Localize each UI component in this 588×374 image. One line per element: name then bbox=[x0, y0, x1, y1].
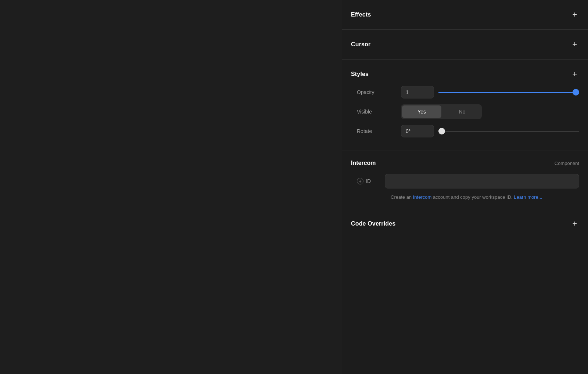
id-label-text: ID bbox=[366, 178, 371, 184]
intercom-section: Intercom Component + ID Create an Interc… bbox=[342, 151, 588, 209]
rotate-slider-track bbox=[438, 131, 579, 132]
rotate-row: Rotate bbox=[351, 125, 579, 137]
intercom-link[interactable]: Intercom bbox=[413, 194, 432, 200]
rotate-input[interactable] bbox=[401, 125, 434, 137]
opacity-slider-track bbox=[438, 92, 579, 93]
opacity-row: Opacity bbox=[351, 86, 579, 98]
intercom-badge: Component bbox=[555, 161, 579, 166]
intercom-header: Intercom Component bbox=[351, 151, 579, 174]
intercom-description: Create an Intercom account and copy your… bbox=[391, 194, 579, 201]
cursor-header: Cursor + bbox=[351, 30, 579, 59]
opacity-input[interactable] bbox=[401, 86, 434, 98]
opacity-controls bbox=[401, 86, 579, 98]
right-panel: Effects + Cursor + Styles + Opacity bbox=[342, 0, 588, 374]
effects-section: Effects + bbox=[342, 0, 588, 30]
code-overrides-header: Code Overrides + bbox=[351, 209, 579, 238]
learn-more-link[interactable]: Learn more... bbox=[514, 194, 542, 200]
code-overrides-add-button[interactable]: + bbox=[570, 219, 579, 228]
styles-add-button[interactable]: + bbox=[570, 70, 579, 79]
canvas-area bbox=[0, 0, 342, 374]
cursor-title: Cursor bbox=[351, 41, 370, 48]
styles-section: Styles + Opacity Visible Yes No bbox=[342, 60, 588, 151]
id-row: + ID bbox=[351, 174, 579, 188]
description-text2: account and copy your workspace ID. bbox=[431, 194, 514, 200]
description-text1: Create an bbox=[391, 194, 413, 200]
opacity-slider-thumb[interactable] bbox=[573, 89, 579, 96]
visible-label: Visible bbox=[357, 109, 401, 115]
id-input[interactable] bbox=[385, 174, 579, 188]
styles-title: Styles bbox=[351, 71, 369, 78]
id-plus-icon[interactable]: + bbox=[357, 178, 363, 184]
rotate-slider-container[interactable] bbox=[438, 127, 579, 135]
visible-row: Visible Yes No bbox=[351, 104, 579, 119]
visible-no-button[interactable]: No bbox=[442, 104, 482, 119]
rotate-label: Rotate bbox=[357, 128, 401, 134]
id-label-container: + ID bbox=[357, 178, 379, 184]
visible-controls: Yes No bbox=[401, 104, 579, 119]
cursor-add-button[interactable]: + bbox=[570, 40, 579, 49]
code-overrides-section: Code Overrides + bbox=[342, 209, 588, 238]
rotate-controls bbox=[401, 125, 579, 137]
effects-title: Effects bbox=[351, 11, 371, 18]
code-overrides-title: Code Overrides bbox=[351, 220, 395, 227]
opacity-slider-container[interactable] bbox=[438, 89, 579, 96]
rotate-slider-thumb[interactable] bbox=[438, 128, 445, 134]
effects-header: Effects + bbox=[351, 0, 579, 29]
opacity-label: Opacity bbox=[357, 89, 401, 95]
effects-add-button[interactable]: + bbox=[570, 10, 579, 19]
visible-yes-button[interactable]: Yes bbox=[402, 105, 441, 118]
cursor-section: Cursor + bbox=[342, 30, 588, 60]
styles-header: Styles + bbox=[351, 60, 579, 86]
intercom-title: Intercom bbox=[351, 160, 376, 166]
visible-toggle-group: Yes No bbox=[401, 104, 482, 119]
